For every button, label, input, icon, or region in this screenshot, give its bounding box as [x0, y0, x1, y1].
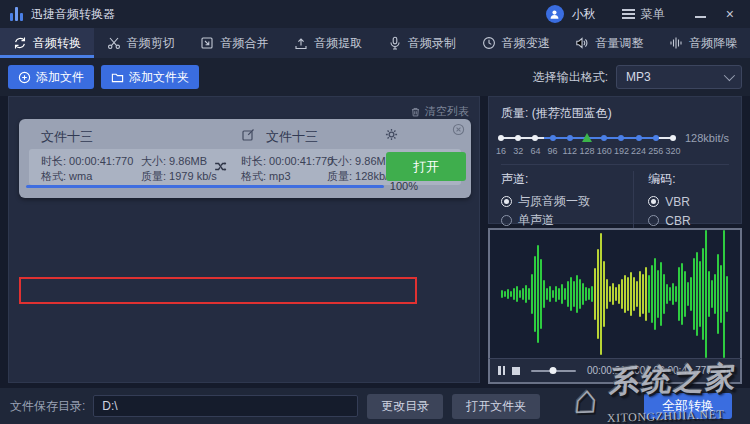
footer-bar: 文件保存目录: D:\ 更改目录 打开文件夹 全部转换: [0, 388, 750, 424]
wave-bar: [669, 287, 671, 301]
tab-label: 音频提取: [314, 35, 362, 52]
encoding-option[interactable]: VBR: [648, 192, 729, 211]
wave-bar: [702, 248, 704, 340]
wave-bar: [711, 280, 713, 308]
trash-icon: [410, 106, 421, 118]
slider-dot-32[interactable]: [515, 135, 521, 141]
minimize-button[interactable]: [689, 8, 712, 20]
wave-bar: [573, 281, 575, 308]
wave-bar: [687, 282, 689, 306]
encoding-title: 编码:: [648, 171, 729, 188]
save-dir-value: D:\: [102, 399, 117, 413]
wave-bar: [708, 271, 710, 317]
slider-dot-16[interactable]: [498, 135, 504, 141]
encoding-option-label: VBR: [665, 195, 690, 209]
cut-icon: [107, 36, 121, 50]
rename-button[interactable]: [241, 128, 255, 142]
volume-icon: [575, 36, 589, 50]
quality-slider[interactable]: [501, 132, 673, 144]
wave-bar: [660, 262, 662, 326]
output-format-label: 选择输出格式:: [533, 69, 608, 86]
wave-bar: [537, 245, 539, 342]
add-folder-button[interactable]: 添加文件夹: [101, 65, 199, 89]
tick-label-112: 112: [563, 146, 577, 156]
wave-bar: [534, 256, 536, 333]
clear-list-button[interactable]: 清空列表: [410, 104, 469, 119]
extract-icon: [294, 36, 308, 50]
file-settings-button[interactable]: [384, 127, 399, 142]
output-format-select[interactable]: MP3: [616, 65, 742, 89]
slider-dot-256[interactable]: [653, 135, 659, 141]
wave-bar: [552, 290, 554, 299]
stop-button[interactable]: [512, 367, 520, 375]
slider-current-marker[interactable]: [582, 133, 592, 142]
wave-bar: [513, 288, 515, 300]
convert-direction-icon: [213, 159, 228, 174]
tab-record[interactable]: 音频录制: [375, 28, 469, 58]
channel-option-label: 单声道: [518, 212, 554, 229]
wave-bar: [681, 263, 683, 324]
playback-slider[interactable]: [531, 367, 576, 375]
open-button[interactable]: 打开: [386, 152, 466, 181]
wave-bar: [579, 279, 581, 308]
tick-label-160: 160: [597, 146, 612, 156]
target-file-name: 文件十三: [266, 128, 318, 146]
wave-bar: [630, 272, 632, 316]
target-size: 大小: 9.86MB: [327, 154, 393, 169]
close-button[interactable]: ×: [720, 5, 740, 23]
wave-bar: [525, 285, 527, 303]
wave-bar: [576, 275, 578, 312]
slider-dot-224[interactable]: [636, 135, 642, 141]
wave-bar: [666, 284, 668, 303]
tab-volume[interactable]: 音量调整: [563, 28, 657, 58]
wave-bar: [699, 261, 701, 328]
app-logo-icon: [10, 7, 23, 21]
slider-dot-64[interactable]: [532, 135, 538, 141]
wave-bar: [597, 249, 599, 339]
tab-merge[interactable]: 音频合并: [188, 28, 282, 58]
open-folder-button[interactable]: 打开文件夹: [452, 394, 540, 419]
tab-label: 音频录制: [408, 35, 456, 52]
tab-cut[interactable]: 音频剪切: [94, 28, 188, 58]
person-icon: [549, 9, 560, 20]
save-dir-input[interactable]: D:\: [93, 395, 358, 417]
wave-bar: [543, 280, 545, 308]
add-file-button[interactable]: 添加文件: [8, 65, 94, 89]
card-close-button[interactable]: [452, 123, 465, 136]
slider-dot-192[interactable]: [618, 135, 624, 141]
tab-speed[interactable]: 音频变速: [469, 28, 563, 58]
target-duration: 时长: 00:00:41:770: [241, 154, 333, 169]
wave-bar: [609, 286, 611, 301]
slider-dot-320[interactable]: [670, 135, 676, 141]
encoding-option-label: CBR: [665, 214, 690, 228]
playback-handle[interactable]: [550, 367, 557, 374]
wave-bar: [639, 271, 641, 317]
merge-icon: [200, 36, 214, 50]
menu-button[interactable]: 菜单: [622, 6, 665, 23]
volume-icon[interactable]: [719, 364, 732, 377]
wave-bar: [600, 233, 602, 356]
username[interactable]: 小秋: [572, 6, 596, 23]
tab-denoise[interactable]: 音频降噪: [656, 28, 750, 58]
slider-dot-160[interactable]: [601, 135, 607, 141]
wave-bar: [723, 230, 725, 358]
tab-extract[interactable]: 音频提取: [281, 28, 375, 58]
user-avatar[interactable]: [546, 5, 564, 23]
wave-bar: [654, 258, 656, 330]
wave-bar: [615, 287, 617, 301]
radio-checked-icon: [648, 196, 659, 207]
tick-label-192: 192: [614, 146, 629, 156]
waveform-display: [488, 228, 742, 358]
wave-bar: [546, 288, 548, 300]
wave-bar: [558, 288, 560, 300]
change-dir-button[interactable]: 更改目录: [367, 394, 443, 419]
convert-all-button[interactable]: 全部转换: [644, 393, 732, 419]
source-file-name: 文件十三: [41, 128, 93, 146]
wave-bar: [696, 252, 698, 336]
slider-dot-96[interactable]: [550, 135, 556, 141]
tab-label: 音频变速: [502, 35, 550, 52]
tab-convert[interactable]: 音频转换: [0, 28, 94, 58]
pause-button[interactable]: [498, 366, 505, 375]
slider-dot-112[interactable]: [567, 135, 573, 141]
channel-option[interactable]: 与原音频一致: [501, 192, 633, 211]
